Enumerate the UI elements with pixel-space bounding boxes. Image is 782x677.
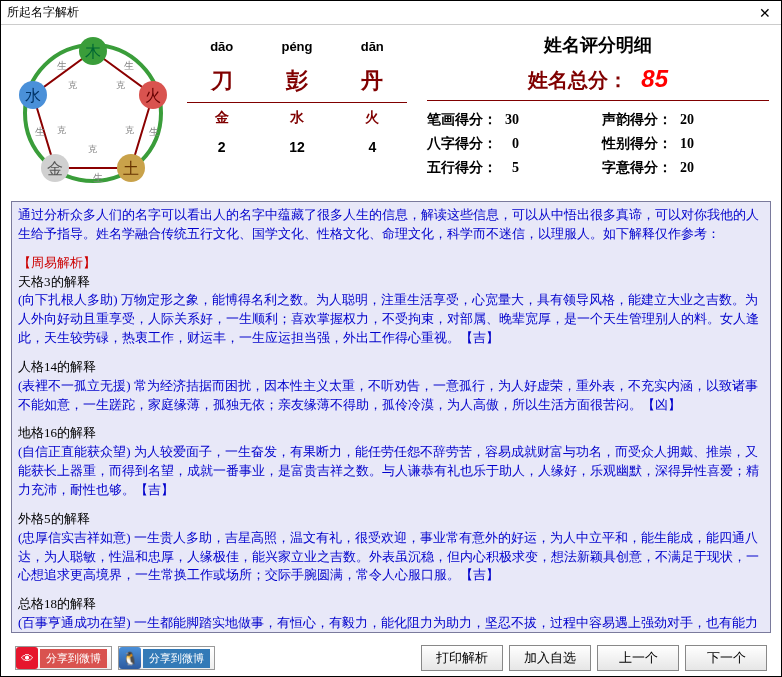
svg-text:克: 克 (68, 80, 77, 90)
element-1: 水 (256, 103, 337, 134)
score-item: 八字得分：0 (427, 135, 594, 153)
svg-text:克: 克 (125, 125, 134, 135)
weibo-icon: 👁 (16, 647, 38, 669)
stroke-1: 12 (256, 133, 337, 161)
total-label: 姓名总分： (528, 69, 628, 91)
svg-text:生: 生 (35, 126, 45, 137)
analysis-para: 外格5的解释 (忠厚信实吉祥如意) 一生贵人多助，吉星高照，温文有礼，很受欢迎，… (18, 510, 764, 585)
svg-text:火: 火 (145, 87, 161, 104)
window-titlebar: 所起名字解析 ✕ (1, 1, 781, 25)
score-item: 笔画得分：30 (427, 111, 594, 129)
window-title: 所起名字解析 (3, 4, 79, 21)
char-0: 刀 (187, 60, 256, 103)
svg-text:生: 生 (149, 126, 159, 137)
score-item: 声韵得分：20 (602, 111, 769, 129)
total-score-row: 姓名总分： 85 (427, 65, 769, 101)
svg-text:克: 克 (116, 80, 125, 90)
close-icon[interactable]: ✕ (751, 4, 779, 22)
svg-text:木: 木 (85, 43, 101, 60)
name-table: dāo péng dān 刀 彭 丹 金 水 火 2 12 4 (187, 33, 407, 193)
char-1: 彭 (256, 60, 337, 103)
svg-text:克: 克 (88, 144, 97, 154)
pinyin-1: péng (256, 33, 337, 60)
prev-button[interactable]: 上一个 (597, 645, 679, 671)
svg-text:水: 水 (25, 87, 41, 104)
svg-text:克: 克 (57, 125, 66, 135)
qq-icon: 🐧 (119, 647, 141, 669)
element-2: 火 (338, 103, 407, 134)
pinyin-2: dān (338, 33, 407, 60)
score-item: 五行得分：5 (427, 159, 594, 177)
bottom-bar: 👁 分享到微博 🐧 分享到微博 打印解析 加入自选 上一个 下一个 (1, 639, 781, 677)
score-item: 字意得分：20 (602, 159, 769, 177)
char-2: 丹 (338, 60, 407, 103)
print-button[interactable]: 打印解析 (421, 645, 503, 671)
svg-text:生: 生 (93, 172, 103, 183)
svg-text:生: 生 (57, 60, 67, 71)
analysis-para: 人格14的解释 (表裡不一孤立无援) 常为经济拮据而困扰，因本性主义太重，不听劝… (18, 358, 764, 415)
stroke-0: 2 (187, 133, 256, 161)
share-weibo-button[interactable]: 👁 分享到微博 (15, 646, 112, 670)
total-value: 85 (641, 65, 668, 92)
pinyin-0: dāo (187, 33, 256, 60)
element-0: 金 (187, 103, 256, 134)
next-button[interactable]: 下一个 (685, 645, 767, 671)
analysis-para: 【周易解析】 天格3的解释 (向下扎根人多助) 万物定形之象，能博得名利之数。为… (18, 254, 764, 348)
analysis-text-box[interactable]: 通过分析众多人们的名字可以看出人的名字中蕴藏了很多人生的信息，解读这些信息，可以… (11, 201, 771, 633)
svg-text:生: 生 (124, 60, 134, 71)
share-tencent-button[interactable]: 🐧 分享到微博 (118, 646, 215, 670)
intro-text: 通过分析众多人们的名字可以看出人的名字中蕴藏了很多人生的信息，解读这些信息，可以… (18, 206, 764, 244)
svg-text:金: 金 (47, 160, 63, 177)
top-section: 木 火 土 金 水 生 生 生 生 生 克 克 克 克 克 dāo péng d… (1, 25, 781, 197)
five-elements-diagram: 木 火 土 金 水 生 生 生 生 生 克 克 克 克 克 (13, 33, 175, 193)
add-button[interactable]: 加入自选 (509, 645, 591, 671)
score-header: 姓名评分明细 (427, 33, 769, 57)
analysis-para: 总格18的解释 (百事亨通成功在望) 一生都能脚踏实地做事，有恒心，有毅力，能化… (18, 595, 764, 633)
score-item: 性别得分：10 (602, 135, 769, 153)
stroke-2: 4 (338, 133, 407, 161)
score-section: 姓名评分明细 姓名总分： 85 笔画得分：30 声韵得分：20 八字得分：0 性… (407, 33, 769, 193)
analysis-para: 地格16的解释 (自信正直能获众望) 为人较爱面子，一生奋发，有果断力，能任劳任… (18, 424, 764, 499)
svg-text:土: 土 (123, 160, 139, 177)
